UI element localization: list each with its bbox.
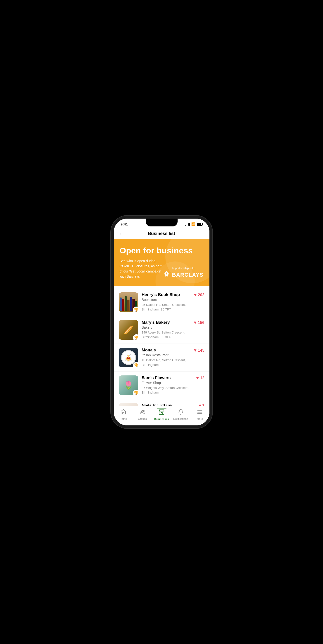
business-info: Mona's Italian Restaurant 45 Dalpot Rd, …: [142, 348, 191, 367]
nav-label-businesses: Businesses: [154, 418, 169, 420]
like-count: 12: [200, 376, 205, 380]
page-title: Business list: [148, 231, 175, 236]
nav-item-businesses[interactable]: Businesses: [152, 409, 171, 420]
open-for-business-banner: Open for business See who is open during…: [114, 239, 209, 286]
trophy-badge: 🏆: [133, 390, 138, 395]
business-thumbnail: 🥖 🏆: [119, 320, 138, 340]
like-count: 156: [198, 320, 205, 325]
nav-label-home: Home: [120, 417, 127, 420]
notifications-icon: [178, 409, 184, 416]
nav-label-notifications: Notifications: [173, 417, 188, 420]
business-type: Bakery: [142, 326, 191, 329]
nav-item-home[interactable]: Home: [114, 409, 133, 420]
like-badge: ♥ 202: [194, 292, 204, 298]
flowers-emoji: 🌷: [124, 380, 133, 390]
like-count: 202: [198, 293, 205, 297]
home-icon: [120, 409, 126, 416]
business-name: Mary's Bakery: [142, 320, 191, 325]
nav-item-more[interactable]: More: [190, 409, 209, 420]
business-type: Italian Restaurant: [142, 353, 191, 357]
banner-title: Open for business: [120, 246, 204, 255]
more-icon: [197, 409, 203, 416]
trophy-badge: 🏆: [133, 362, 138, 367]
business-address: 149 Avery St, Sefton Crescent, Birmingha…: [142, 330, 191, 339]
phone-inner: 9:41 📶 ← Business list Open for business…: [114, 218, 209, 426]
nav-label-more: More: [197, 417, 203, 420]
partnership-label: In partnership with: [172, 266, 194, 270]
heart-icon: ♥: [194, 348, 197, 353]
list-item[interactable]: 🌷 🏆 Sam's Flowers Flower Shop 97 Wrights…: [114, 372, 209, 399]
like-badge: ♥ 12: [196, 376, 204, 380]
svg-rect-3: [161, 412, 162, 414]
business-address: 25 Dalpot Rd, Sefton Crescent, Birmingha…: [142, 303, 191, 312]
bottom-nav: Home Groups: [114, 406, 209, 426]
like-badge: ♥ 156: [194, 320, 204, 325]
pasta-plate: 🍝: [121, 350, 136, 365]
business-name: Mona's: [142, 348, 191, 353]
business-info: Mary's Bakery Bakery 149 Avery St, Sefto…: [142, 320, 191, 339]
nav-item-groups[interactable]: Groups: [133, 409, 152, 420]
svg-point-0: [141, 410, 143, 412]
business-address: 97 Wrights Way, Sefton Crescent, Birming…: [142, 386, 193, 394]
business-address: 45 Dalpot Rd, Sefton Crescent, Birmingha…: [142, 358, 191, 367]
page-header: ← Business list: [114, 228, 209, 239]
barclays-eagle-icon: [163, 270, 170, 279]
list-item[interactable]: 🥖 🏆 Mary's Bakery Bakery 149 Avery St, S…: [114, 316, 209, 344]
business-thumbnail: 🌷 🏆: [119, 376, 138, 395]
nav-item-notifications[interactable]: Notifications: [171, 409, 190, 420]
like-badge: ♥ 145: [194, 348, 204, 353]
business-name: Henry's Book Shop: [142, 292, 191, 297]
trophy-badge: 🏆: [133, 334, 138, 340]
business-type: Bookstore: [142, 298, 191, 302]
list-item[interactable]: 🏆 Henry's Book Shop Bookstore 25 Dalpot …: [114, 288, 209, 316]
svg-point-1: [143, 410, 144, 412]
business-thumbnail: 🏆: [119, 292, 138, 312]
business-type: Flower Shop: [142, 381, 193, 385]
banner-bottom: See who is open during COVID-19 closures…: [120, 258, 204, 279]
groups-icon: [140, 409, 145, 416]
barclays-text: BARCLAYS: [172, 272, 203, 278]
trophy-badge: 🏆: [133, 306, 138, 312]
heart-icon: ♥: [194, 320, 197, 325]
business-info: Sam's Flowers Flower Shop 97 Wrights Way…: [142, 376, 193, 394]
wifi-icon: 📶: [191, 222, 195, 226]
notch: [146, 218, 178, 226]
business-info: Henry's Book Shop Bookstore 25 Dalpot Rd…: [142, 292, 191, 312]
list-item[interactable]: 🍝 🏆 Mona's Italian Restaurant 45 Dalpot …: [114, 344, 209, 372]
svg-rect-2: [159, 411, 164, 414]
status-time: 9:41: [121, 222, 128, 226]
like-count: 145: [198, 348, 205, 353]
barclays-name: BARCLAYS: [163, 270, 203, 279]
heart-icon: ♥: [196, 376, 199, 380]
heart-icon: ♥: [194, 292, 197, 298]
battery-icon: [197, 223, 203, 226]
nav-label-groups: Groups: [138, 417, 147, 420]
signal-icon: [185, 223, 190, 226]
business-name: Sam's Flowers: [142, 376, 193, 380]
banner-description: See who is open during COVID-19 closures…: [120, 258, 163, 279]
phone-frame: 9:41 📶 ← Business list Open for business…: [114, 218, 209, 426]
back-button[interactable]: ←: [119, 231, 124, 236]
business-thumbnail: 🍝 🏆: [119, 348, 138, 367]
bakery-emoji: 🥖: [124, 325, 133, 334]
barclays-logo: In partnership with BARCLAYS: [163, 266, 203, 279]
status-icons: 📶: [185, 222, 203, 226]
business-list: 🏆 Henry's Book Shop Bookstore 25 Dalpot …: [114, 286, 209, 426]
nav-active-indicator: [157, 408, 167, 409]
businesses-icon: [158, 409, 165, 416]
